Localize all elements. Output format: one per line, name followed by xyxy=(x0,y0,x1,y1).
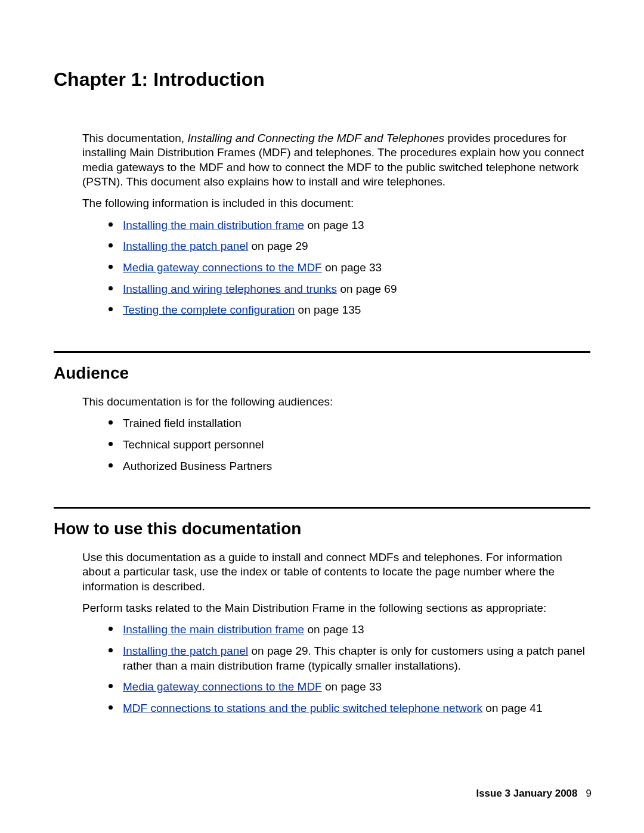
list-item: Installing the main distribution frame o… xyxy=(107,623,590,637)
toc-link[interactable]: Installing the main distribution frame xyxy=(123,219,304,231)
audience-item: Trained field installation xyxy=(123,417,242,429)
footer-page-number: 9 xyxy=(586,788,592,799)
page: Chapter 1: Introduction This documentati… xyxy=(0,0,644,833)
howto-paragraph-2: Perform tasks related to the Main Distri… xyxy=(54,601,590,615)
audience-item: Authorized Business Partners xyxy=(123,460,272,472)
intro-doc-title: Installing and Connecting the MDF and Te… xyxy=(187,132,444,144)
list-item: Installing the patch panel on page 29 xyxy=(107,239,590,254)
body-content: This documentation, Installing and Conne… xyxy=(54,131,590,716)
toc-link-suffix: on page 13 xyxy=(304,219,364,231)
intro-prefix: This documentation, xyxy=(82,132,187,144)
howto-link-suffix: on page 41 xyxy=(482,702,542,714)
howto-link-suffix: on page 33 xyxy=(322,680,382,693)
toc-link-list: Installing the main distribution frame o… xyxy=(54,218,590,318)
list-item: Installing the patch panel on page 29. T… xyxy=(107,644,590,673)
toc-link-suffix: on page 29 xyxy=(248,240,308,252)
list-item: Trained field installation xyxy=(107,416,590,431)
list-item: Authorized Business Partners xyxy=(107,459,590,474)
chapter-title: Chapter 1: Introduction xyxy=(54,69,590,91)
toc-link[interactable]: Installing the patch panel xyxy=(123,240,248,252)
list-item: Media gateway connections to the MDF on … xyxy=(107,261,590,275)
list-item: MDF connections to stations and the publ… xyxy=(107,701,590,716)
footer-issue: Issue 3 January 2008 xyxy=(476,788,577,799)
list-item: Installing the main distribution frame o… xyxy=(107,218,590,233)
list-item: Media gateway connections to the MDF on … xyxy=(107,680,590,695)
audience-intro: This documentation is for the following … xyxy=(54,395,590,409)
howto-link[interactable]: Media gateway connections to the MDF xyxy=(123,680,322,693)
audience-item: Technical support personnel xyxy=(123,438,264,451)
howto-paragraph-1: Use this documentation as a guide to ins… xyxy=(54,550,590,594)
howto-heading: How to use this documentation xyxy=(54,518,590,540)
toc-link-suffix: on page 69 xyxy=(337,283,397,295)
intro-paragraph-1: This documentation, Installing and Conne… xyxy=(54,131,590,189)
howto-link-list: Installing the main distribution frame o… xyxy=(54,623,590,716)
section-divider xyxy=(54,351,590,353)
howto-link[interactable]: MDF connections to stations and the publ… xyxy=(123,702,482,714)
intro-paragraph-2: The following information is included in… xyxy=(54,196,590,210)
howto-link[interactable]: Installing the main distribution frame xyxy=(123,623,304,636)
section-divider xyxy=(54,507,590,509)
audience-list: Trained field installation Technical sup… xyxy=(54,416,590,473)
list-item: Installing and wiring telephones and tru… xyxy=(107,282,590,297)
list-item: Testing the complete configuration on pa… xyxy=(107,303,590,318)
howto-link-suffix: on page 13 xyxy=(304,623,364,636)
toc-link[interactable]: Testing the complete configuration xyxy=(123,304,295,316)
audience-heading: Audience xyxy=(54,363,590,384)
list-item: Technical support personnel xyxy=(107,438,590,453)
howto-link[interactable]: Installing the patch panel xyxy=(123,645,248,657)
page-footer: Issue 3 January 20089 xyxy=(476,788,592,800)
toc-link-suffix: on page 33 xyxy=(322,261,382,274)
toc-link-suffix: on page 135 xyxy=(295,304,361,316)
toc-link[interactable]: Installing and wiring telephones and tru… xyxy=(123,283,337,295)
toc-link[interactable]: Media gateway connections to the MDF xyxy=(123,261,322,274)
